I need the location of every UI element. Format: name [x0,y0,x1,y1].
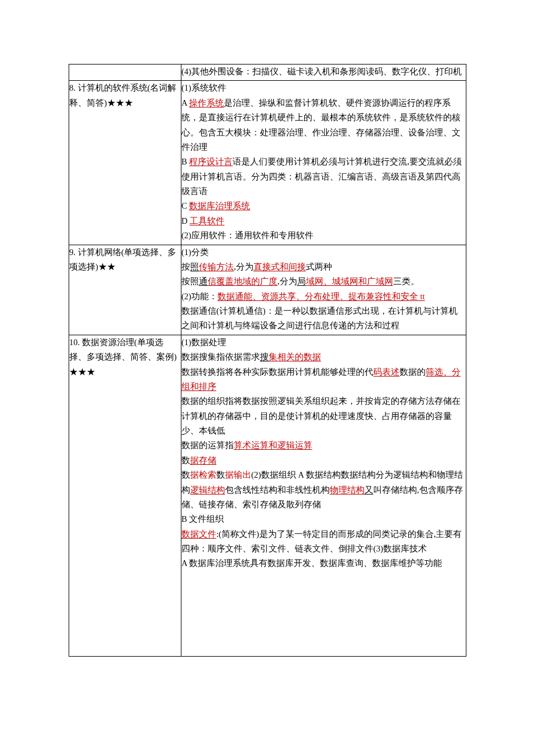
topic-text: 10. 数据资源治理(单项选择、多项选择、简答、案例)★★★ [69,335,181,379]
text-run: 数据通能、资源共享、分布处理、提布兼容性和安全 tt [217,292,425,301]
text-run: 逻辑结构 [190,485,225,495]
text-run: C [181,201,189,210]
text-run: 数据的运算指 [181,440,234,450]
content-text: (1)分类按照传输方法,分为直接式和间接式两种按照通信覆盖地域的广度,分为局域网… [181,245,466,334]
table-row: 9. 计算机网络(单项选择、多项选择)★★(1)分类按照传输方法,分为直接式和间… [69,245,466,335]
content-text: (4)其他外围设备：扫描仪、磁卡读入机和条形阅读码、数字化仪、打印机 [181,65,466,79]
text-run: 据输出 [225,470,251,479]
text-run: 程序设计言 [189,157,233,166]
topic-text: 8. 计算机的软件系统(名词解释、简答)★★★ [69,81,181,110]
content-text: (1)系统软件A 操作系统是治理、操纵和监督计算机软、硬件资源协调运行的程序系统… [181,81,466,243]
text-run: 数据的 [400,367,426,377]
text-run: 式两种 [306,262,332,271]
document-page: (4)其他外围设备：扫描仪、磁卡读入机和条形阅读码、数字化仪、打印机8. 计算机… [0,0,535,756]
topic-cell: 9. 计算机网络(单项选择、多项选择)★★ [69,245,181,335]
text-run: (2)功能： [181,292,217,301]
text-run: 操作系统 [189,98,224,108]
text-run: 算术运算和逻辑运算 [234,440,312,450]
content-cell: (4)其他外围设备：扫描仪、磁卡读入机和条形阅读码、数字化仪、打印机 [181,65,466,81]
text-run: (1)系统软件 [181,83,226,92]
text-run: (4)其他外围设备：扫描仪、磁卡读入机和条形阅读码、数字化仪、打印机 [181,67,462,76]
text-run: 数据通信(计算机通信)：是一种以数据通信形式出现，在计算机与计算机之间和计算机与… [181,306,458,330]
text-run: A 数据库治理系统具有数据库开发、数据库查询、数据库维护等功能 [181,558,442,568]
text-run: B 文件组织 [181,514,224,524]
text-run: A [181,98,189,108]
text-run: 传输方法 [199,262,234,271]
text-run: 三类。 [393,277,419,286]
topic-cell: 10. 数据资源治理(单项选择、多项选择、简答、案例)★★★ [69,335,181,656]
content-cell: (1)系统软件A 操作系统是治理、操纵和监督计算机软、硬件资源协调运行的程序系统… [181,81,466,245]
text-run: 照 [190,262,199,271]
text-run: 数据搜集指依据需求 [181,352,260,361]
text-run: 数据的组织指将数据按照逻辑关系组织起来，并按肯定的存储方法存储在计算机的存储器中… [181,396,461,435]
text-run: 搜 [260,352,269,361]
text-run: (2)应用软件：通用软件和专用软件 [181,231,313,240]
text-run: 工具软件 [190,216,224,225]
text-run: 包含线性结构和非线性机构 [225,485,330,495]
text-run: 码表述 [373,367,400,377]
text-run: B [181,157,189,166]
content-cell: (1)分类按照传输方法,分为直接式和间接式两种按照通信覆盖地域的广度,分为局域网… [181,245,466,335]
content-text: (1)数据处理数据搜集指依据需求搜集相关的数据数据转换指将各种实际数据用计算机能… [181,335,466,655]
text-run: 按 [181,262,190,271]
study-notes-table: (4)其他外围设备：扫描仪、磁卡读入机和条形阅读码、数字化仪、打印机8. 计算机… [69,64,466,657]
text-run: 直接式和间接 [254,262,306,271]
text-run: :(简称文件)是为了某一特定目的而形成的同类记录的集合,主要有四种：顺序文件、索… [181,529,462,553]
topic-text: 9. 计算机网络(单项选择、多项选择)★★ [69,245,181,275]
text-run: 局 [297,277,306,286]
table-row: 10. 数据资源治理(单项选择、多项选择、简答、案例)★★★(1)数据处理数据搜… [69,335,466,656]
text-run: 数 [181,456,190,465]
text-run: 数 [216,470,225,479]
text-run: 按照 [181,277,199,286]
topic-cell: 8. 计算机的软件系统(名词解释、简答)★★★ [69,81,181,245]
table-row: (4)其他外围设备：扫描仪、磁卡读入机和条形阅读码、数字化仪、打印机 [69,65,466,81]
table-row: 8. 计算机的软件系统(名词解释、简答)★★★(1)系统软件A 操作系统是治理、… [69,81,466,245]
text-run: ,分为 [234,262,254,271]
text-run: 数 [181,470,190,479]
text-run: D [181,216,190,225]
content-cell: (1)数据处理数据搜集指依据需求搜集相关的数据数据转换指将各种实际数据用计算机能… [181,335,466,656]
text-run: 数据库治理系统 [189,201,250,210]
text-run: (1)分类 [181,248,209,257]
text-run: 又 [365,485,373,495]
text-run: 据检索 [190,470,216,479]
text-run: 通 [199,277,208,286]
text-run: 域网、城域网和广域网 [306,277,393,286]
topic-cell [69,65,181,81]
text-run: 据存储 [190,456,216,465]
text-run: 物理结构 [330,485,365,495]
text-run: 数据转换指将各种实际数据用计算机能够处理的代 [181,367,373,377]
text-run: (1)数据处理 [181,338,226,347]
table-body: (4)其他外围设备：扫描仪、磁卡读入机和条形阅读码、数字化仪、打印机8. 计算机… [69,65,466,657]
text-run: 数据文件 [181,529,216,539]
text-run: 信覆盖地域的广度 [208,277,277,286]
text-run: ,分为 [277,277,297,286]
text-run: 集相关的数据 [269,352,321,361]
